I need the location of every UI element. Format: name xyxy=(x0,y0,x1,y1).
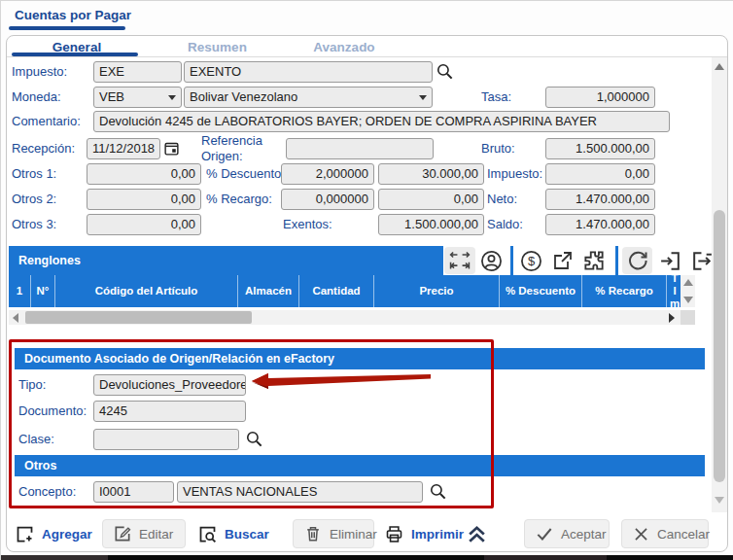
cuentas-por-pagar-window: Cuentas por Pagar General Resumen Avanza… xyxy=(0,0,733,560)
scroll-up-icon[interactable] xyxy=(715,63,724,70)
clase-label: Clase: xyxy=(18,429,54,450)
recargo-pct-field[interactable]: 0,000000 xyxy=(281,189,374,210)
tab-avanzado[interactable]: Avanzado xyxy=(300,40,388,54)
otros1-field[interactable]: 0,00 xyxy=(87,163,201,185)
impuesto-total-field[interactable]: 0,00 xyxy=(545,163,655,185)
recepcion-date-field[interactable]: 11/12/2018 xyxy=(87,138,160,159)
grid-vertical-scrollbar[interactable] xyxy=(681,275,695,307)
grid-col-impuesto-clipped: T Im xyxy=(666,275,681,307)
otros3-label: Otros 3: xyxy=(12,214,56,235)
comentario-label: Comentario: xyxy=(12,111,81,132)
background-strip xyxy=(1,555,733,560)
grid-col-almacen: Almacén xyxy=(237,275,298,307)
scroll-down-icon[interactable] xyxy=(683,297,693,303)
bruto-field[interactable]: 1.500.000,00 xyxy=(545,138,655,159)
exentos-label: Exentos: xyxy=(283,214,332,235)
panel-vertical-scrollbar[interactable] xyxy=(712,57,727,512)
column-arrows-icon[interactable] xyxy=(444,247,475,274)
referencia-origen-field[interactable] xyxy=(286,138,434,159)
toolbar-separator xyxy=(615,246,618,275)
concepto-code-field[interactable]: I0001 xyxy=(93,481,174,503)
tipo-label: Tipo: xyxy=(18,374,46,396)
recargo-label: % Recargo: xyxy=(206,189,272,210)
otros2-field[interactable]: 0,00 xyxy=(87,189,201,210)
tab-resumen[interactable]: Resumen xyxy=(176,40,259,54)
calendar-icon[interactable] xyxy=(163,140,180,157)
impuesto-name-field[interactable]: EXENTO xyxy=(184,61,433,83)
saldo-field[interactable]: 1.470.000,00 xyxy=(545,214,655,235)
tipo-field[interactable]: Devoluciones_Proveedores xyxy=(93,374,246,396)
collapse-chevrons-icon[interactable] xyxy=(465,522,489,546)
documento-label: Documento: xyxy=(18,401,87,422)
concepto-label: Concepto: xyxy=(18,481,76,503)
impuesto-label: Impuesto: xyxy=(12,61,67,83)
moneda-label: Moneda: xyxy=(12,87,61,108)
aceptar-button[interactable]: Aceptar xyxy=(524,519,610,548)
grid-col-numero: N° xyxy=(30,275,54,307)
scroll-right-icon[interactable] xyxy=(669,313,675,323)
impuesto-code-field[interactable]: EXE xyxy=(93,61,182,83)
concepto-search-icon[interactable] xyxy=(429,482,447,501)
editar-button[interactable]: Editar xyxy=(102,519,186,548)
refresh-icon[interactable] xyxy=(622,247,652,274)
saldo-label: Saldo: xyxy=(487,214,523,235)
impuesto-total-label: Impuesto: xyxy=(487,163,542,185)
horizontal-scroll-thumb[interactable] xyxy=(25,311,252,324)
grid-col-precio: Precio xyxy=(373,275,499,307)
external-link-icon[interactable] xyxy=(549,247,576,274)
moneda-name-select[interactable]: Bolivar Venezolano xyxy=(184,87,433,108)
dropdown-caret-icon xyxy=(168,95,176,100)
red-arrow-annotation xyxy=(250,370,433,392)
recepcion-label: Recepción: xyxy=(12,138,75,159)
add-document-icon xyxy=(15,524,35,544)
neto-field[interactable]: 1.470.000,00 xyxy=(545,189,655,210)
referencia-origen-label: Referencia Origen: xyxy=(201,133,263,164)
recargo-monto-field[interactable]: 0,00 xyxy=(378,189,484,210)
tasa-label: Tasa: xyxy=(481,87,511,108)
dollar-icon[interactable]: $ xyxy=(518,247,544,274)
grid-col-codigo-articulo: Código del Artículo xyxy=(54,275,237,307)
buscar-button[interactable]: Buscar xyxy=(197,519,269,548)
toolbar-separator xyxy=(510,246,513,275)
otros-section-header: Otros xyxy=(15,455,705,476)
clase-search-icon[interactable] xyxy=(245,430,263,448)
import-icon[interactable] xyxy=(657,247,683,274)
bruto-label: Bruto: xyxy=(481,138,515,159)
imprimir-button[interactable]: Imprimir xyxy=(384,519,464,548)
otros3-field[interactable]: 0,00 xyxy=(87,214,201,235)
renglones-section-header: Renglones xyxy=(9,246,443,275)
scroll-up-icon[interactable] xyxy=(683,279,693,286)
moneda-code-select[interactable]: VEB xyxy=(93,87,182,108)
exentos-field[interactable]: 1.500.000,00 xyxy=(378,214,484,235)
impuesto-search-icon[interactable] xyxy=(436,62,454,81)
scroll-left-icon[interactable] xyxy=(13,313,18,323)
grid-col-rowmarker: 1 xyxy=(9,275,30,307)
documento-field[interactable]: 4245 xyxy=(93,401,246,422)
window-tab-title[interactable]: Cuentas por Pagar xyxy=(15,8,131,22)
concepto-name-field[interactable]: VENTAS NACIONALES xyxy=(177,481,423,503)
user-icon[interactable] xyxy=(478,247,505,274)
comentario-field[interactable]: Devolución 4245 de LABORATORIOS BAYER; O… xyxy=(93,111,670,132)
agregar-button[interactable]: Agregar xyxy=(15,519,92,548)
window-tab-underline xyxy=(9,26,125,30)
neto-label: Neto: xyxy=(487,189,517,210)
find-icon xyxy=(197,524,218,544)
grid-col-recargo: % Recargo xyxy=(581,275,666,307)
otros2-label: Otros 2: xyxy=(12,189,56,210)
grid-horizontal-scrollbar[interactable] xyxy=(9,310,681,325)
descuento-pct-field[interactable]: 2,000000 xyxy=(281,163,374,185)
tasa-field[interactable]: 1,000000 xyxy=(545,87,655,108)
descuento-monto-field[interactable]: 30.000,00 xyxy=(378,163,484,185)
scroll-down-icon[interactable] xyxy=(715,497,724,504)
grid-col-descuento: % Descuento xyxy=(499,275,581,307)
trash-icon xyxy=(303,524,323,543)
cancelar-button[interactable]: Cancelar xyxy=(621,519,709,548)
descuento-label: % Descuento: xyxy=(206,163,285,185)
puzzle-icon[interactable] xyxy=(580,247,607,274)
printer-icon xyxy=(384,524,404,544)
grid-col-cantidad: Cantidad xyxy=(298,275,373,307)
clase-field[interactable] xyxy=(93,429,239,450)
otros1-label: Otros 1: xyxy=(12,163,56,185)
vertical-scroll-thumb[interactable] xyxy=(714,210,725,482)
eliminar-button[interactable]: Eliminar xyxy=(293,519,374,548)
